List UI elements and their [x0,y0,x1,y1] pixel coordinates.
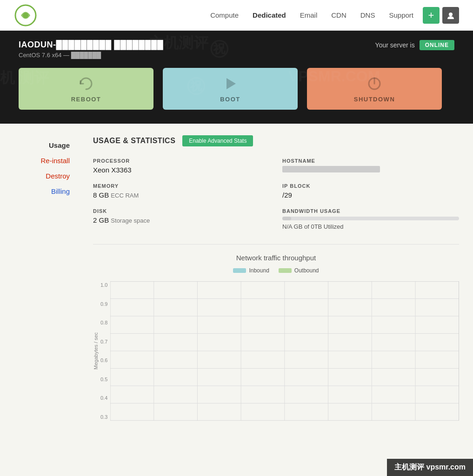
hero-section: 主机测评 机 测评 VPSMR.COM ㊗ ㊗ IAODUN-█████████… [0,31,473,124]
hostname-label: HOSTNAME [282,158,459,164]
section-divider [93,244,459,245]
hero-top: IAODUN-█████████ ████████ CentOS 7.6 x64… [19,40,454,59]
reboot-icon [78,75,94,92]
bandwidth-bar-container: N/A GB of 0TB Utilized [282,217,459,230]
status-badge: ONLINE [420,40,454,50]
reboot-label: REBOOT [71,96,101,103]
chart-section: Network traffic throughput Inbound Outbo… [93,254,459,421]
hero-buttons: REBOOT BOOT SHUTDOWN [19,68,454,110]
y-label-5: 0.6 [100,357,107,363]
y-label-4: 0.7 [100,339,107,344]
y-label-2: 0.9 [100,301,107,307]
sidebar-item-billing[interactable]: Billing [9,184,70,199]
bottom-watermark: 主机测评 vpsmr.com [387,459,473,476]
header: Compute Dedicated Email CDN DNS Support … [0,0,473,31]
chart-container: Megabytes / sec 1.0 0.9 0.8 0.7 0.6 0.5 … [93,281,459,421]
online-status: Your server is ONLINE [375,40,454,50]
bandwidth-info: N/A GB of 0TB Utilized [282,223,459,230]
sidebar-item-usage[interactable]: Usage [9,138,70,153]
server-subtitle: CentOS 7.6 x64 — ███████ [19,52,163,59]
bandwidth-track [282,217,459,220]
logo-icon [14,4,37,27]
sidebar-item-destroy[interactable]: Destroy [9,168,70,184]
reboot-button[interactable]: REBOOT [19,68,153,110]
disk-value: 2 GB Storage space [93,216,264,224]
legend-outbound-color [279,268,292,273]
y-axis-title: Megabytes / sec [93,281,99,421]
bandwidth-label: BANDWIDTH USAGE [282,208,459,214]
y-label-3: 0.8 [100,320,107,325]
add-button[interactable]: + [423,7,440,24]
status-label: Your server is [375,41,415,49]
server-name: IAODUN-█████████ ████████ [19,40,163,50]
stats-grid: PROCESSOR Xeon X3363 HOSTNAME MEMORY 8 G… [93,158,459,230]
stat-memory: MEMORY 8 GB ECC RAM [93,183,264,199]
shutdown-button[interactable]: SHUTDOWN [307,68,442,110]
boot-button[interactable]: BOOT [163,68,298,110]
chart-svg [110,281,459,421]
nav-links: Compute Dedicated Email CDN DNS Support [210,11,413,19]
enable-advanced-stats-button[interactable]: Enable Advanced Stats [182,135,253,146]
shutdown-icon [366,75,383,92]
memory-label: MEMORY [93,183,264,189]
nav-compute[interactable]: Compute [210,11,239,19]
section-title: USAGE & STATISTICS [93,137,175,145]
memory-value: 8 GB ECC RAM [93,191,264,199]
section-header: USAGE & STATISTICS Enable Advanced Stats [93,135,459,146]
boot-label: BOOT [220,96,240,103]
chart-legend: Inbound Outbound [93,267,459,274]
stat-bandwidth: BANDWIDTH USAGE N/A GB of 0TB Utilized [282,208,459,230]
svg-marker-3 [227,78,236,89]
stat-disk: DISK 2 GB Storage space [93,208,264,230]
boot-icon [222,75,239,92]
y-label-1: 1.0 [100,282,107,288]
nav-email[interactable]: Email [300,11,318,19]
sidebar-item-reinstall[interactable]: Re-install [9,153,70,168]
legend-inbound-color [233,268,246,273]
processor-value: Xeon X3363 [93,166,264,174]
disk-label: DISK [93,208,264,214]
content-panel: USAGE & STATISTICS Enable Advanced Stats… [79,124,473,432]
stat-processor: PROCESSOR Xeon X3363 [93,158,264,174]
y-label-8: 0.3 [100,414,107,420]
ip-block-label: IP BLOCK [282,183,459,189]
y-axis-labels: 1.0 0.9 0.8 0.7 0.6 0.5 0.4 0.3 [100,281,107,421]
y-label-6: 0.5 [100,377,107,382]
nav-dns[interactable]: DNS [360,11,375,19]
sidebar: Usage Re-install Destroy Billing [0,124,79,432]
hostname-bar [282,166,380,172]
user-button[interactable] [442,7,459,24]
nav-support[interactable]: Support [389,11,413,19]
ip-block-value: /29 [282,191,459,199]
logo-area [14,4,37,27]
server-info: IAODUN-█████████ ████████ CentOS 7.6 x64… [19,40,163,59]
legend-inbound: Inbound [233,267,269,274]
nav-cdn[interactable]: CDN [331,11,346,19]
main-content: Usage Re-install Destroy Billing USAGE &… [0,124,473,432]
nav-dedicated[interactable]: Dedicated [253,11,286,19]
processor-label: PROCESSOR [93,158,264,164]
stat-hostname: HOSTNAME [282,158,459,174]
chart-title: Network traffic throughput [93,254,459,262]
legend-inbound-label: Inbound [249,267,269,274]
legend-outbound-label: Outbound [294,267,319,274]
shutdown-label: SHUTDOWN [354,96,395,103]
legend-outbound: Outbound [279,267,319,274]
y-label-7: 0.4 [100,395,107,401]
bandwidth-fill [282,217,291,220]
stat-ip-block: IP BLOCK /29 [282,183,459,199]
svg-point-1 [23,13,28,18]
svg-point-2 [449,13,453,16]
